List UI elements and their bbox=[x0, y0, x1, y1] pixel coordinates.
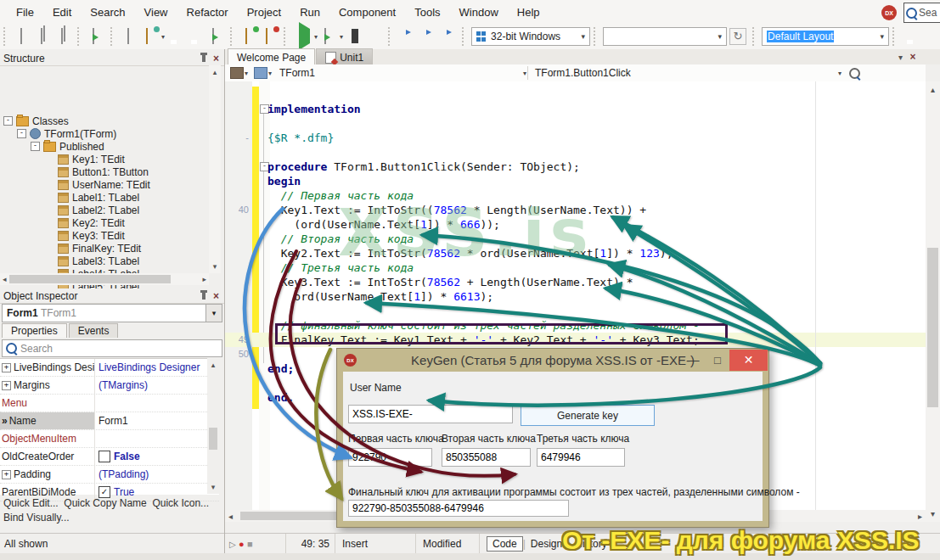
pin-icon[interactable] bbox=[202, 293, 205, 300]
property-row-oldcreateorder[interactable]: OldCreateOrderFalse bbox=[0, 448, 219, 466]
add-to-project-icon[interactable] bbox=[242, 29, 257, 44]
pause-icon[interactable] bbox=[346, 29, 362, 44]
final-key-input[interactable] bbox=[348, 500, 569, 517]
run-icon[interactable] bbox=[296, 29, 311, 44]
close-icon[interactable]: × bbox=[213, 53, 219, 64]
open-file-icon[interactable] bbox=[36, 29, 51, 44]
combo-dropdown-icon[interactable]: ▾ bbox=[205, 305, 222, 322]
expand-toggle-icon[interactable]: - bbox=[17, 129, 26, 138]
tab-events[interactable]: Events bbox=[69, 323, 119, 338]
menu-edit[interactable]: Edit bbox=[43, 6, 81, 19]
bind-visually-link[interactable]: Bind Visually... bbox=[3, 512, 70, 524]
save-all-icon[interactable] bbox=[189, 29, 204, 44]
maximize-button[interactable]: □ bbox=[706, 350, 729, 371]
tree-item-finalkey[interactable]: FinalKey: TEdit bbox=[0, 242, 209, 255]
dropdown-arrow-icon[interactable]: ▾ bbox=[161, 33, 165, 41]
expand-toggle-icon[interactable]: - bbox=[31, 142, 40, 151]
open-project-icon[interactable] bbox=[56, 29, 71, 44]
tree-item-username[interactable]: UserName: TEdit bbox=[0, 178, 209, 191]
vscroll-thumb[interactable] bbox=[927, 248, 938, 407]
tree-item-key2[interactable]: Key2: TEdit bbox=[0, 216, 209, 229]
tree-item-published[interactable]: -Published bbox=[0, 140, 209, 153]
menu-tools[interactable]: Tools bbox=[405, 6, 449, 19]
menu-view[interactable]: View bbox=[135, 6, 177, 19]
run-params-dropdown-icon[interactable]: ▾ bbox=[340, 33, 343, 41]
tree-item-key3[interactable]: Key3: TEdit bbox=[0, 229, 209, 242]
property-row-livebindings-desig[interactable]: +LiveBindings DesigLiveBindings Designer bbox=[0, 359, 219, 377]
module-icon[interactable] bbox=[230, 67, 244, 79]
quick-edit-link[interactable]: Quick Edit... bbox=[3, 497, 59, 509]
method-selector-combo[interactable]: TForm1.Button1Click▾ bbox=[528, 64, 842, 81]
uses-icon[interactable] bbox=[254, 67, 267, 79]
save-icon[interactable] bbox=[168, 29, 183, 44]
key-part1-input[interactable] bbox=[348, 448, 432, 467]
menu-component[interactable]: Component bbox=[329, 6, 405, 19]
menu-refactor[interactable]: Refactor bbox=[177, 6, 238, 19]
tab-properties[interactable]: Properties bbox=[2, 323, 67, 338]
user-name-input[interactable] bbox=[348, 405, 513, 423]
structure-hscrollbar[interactable]: ◂▸ bbox=[0, 273, 209, 285]
property-value[interactable]: False bbox=[114, 451, 140, 462]
target-platform-combo[interactable]: 32-bit Windows▾ bbox=[471, 27, 590, 46]
pin-icon[interactable] bbox=[202, 55, 205, 62]
expand-toggle-icon[interactable]: + bbox=[2, 381, 11, 390]
property-value[interactable]: (TMargins) bbox=[99, 379, 148, 391]
tab-welcome-page[interactable]: Welcome Page bbox=[228, 48, 315, 64]
expand-toggle-icon[interactable]: - bbox=[3, 116, 13, 126]
expand-toggle-icon[interactable]: + bbox=[2, 363, 11, 372]
tree-item-key1[interactable]: Key1: TEdit bbox=[0, 153, 209, 165]
menu-help[interactable]: Help bbox=[508, 6, 549, 19]
close-tab-icon[interactable]: × bbox=[909, 51, 915, 63]
dropdown-arrow-icon[interactable]: ▾ bbox=[245, 70, 248, 77]
run-without-debugging-icon[interactable] bbox=[321, 29, 336, 44]
editor-vscrollbar[interactable]: ▴ ▾ bbox=[926, 81, 940, 522]
find-method-icon[interactable] bbox=[849, 68, 860, 79]
checkbox-icon[interactable] bbox=[99, 451, 110, 462]
property-search-box[interactable]: Search bbox=[2, 339, 222, 357]
new-file-icon[interactable] bbox=[15, 29, 31, 44]
tab-list-dropdown-icon[interactable]: ▾ bbox=[898, 53, 903, 62]
menu-run[interactable]: Run bbox=[290, 6, 329, 19]
property-row-padding[interactable]: +Padding(TPadding) bbox=[0, 466, 219, 484]
stop-icon[interactable] bbox=[367, 29, 382, 44]
property-value[interactable]: Form1 bbox=[99, 415, 128, 427]
tree-item-label3[interactable]: Label3: TLabel bbox=[0, 255, 209, 267]
property-grid-scrollbar[interactable]: ▴ ▾ bbox=[207, 358, 219, 494]
quick-copy-name-link[interactable]: Quick Copy Name bbox=[64, 497, 146, 509]
type-selector-combo[interactable]: TForm1▾ bbox=[273, 64, 527, 81]
desktop-layout-combo[interactable]: Default Layout▾ bbox=[762, 27, 889, 46]
tree-item-label1[interactable]: Label1: TLabel bbox=[0, 191, 209, 204]
new-items-icon[interactable] bbox=[122, 29, 138, 44]
structure-vscrollbar[interactable]: ▴▾ bbox=[209, 65, 221, 273]
trace-into-icon[interactable] bbox=[420, 29, 436, 44]
property-value[interactable]: (TPadding) bbox=[99, 468, 149, 480]
tab-unit1[interactable]: Unit1 bbox=[316, 48, 373, 64]
dialog-title-bar[interactable]: KeyGen (Статья 5 для форума XSS.IS от -E… bbox=[337, 349, 768, 372]
step-over-icon[interactable] bbox=[400, 29, 415, 44]
menu-search[interactable]: Search bbox=[81, 6, 134, 19]
expand-toggle-icon[interactable]: + bbox=[2, 470, 11, 479]
minimize-button[interactable]: — bbox=[682, 350, 706, 371]
select-window-icon[interactable] bbox=[89, 29, 104, 44]
generate-key-button[interactable]: Generate key bbox=[521, 405, 655, 426]
run-dropdown-icon[interactable]: ▾ bbox=[314, 33, 318, 41]
close-icon[interactable]: × bbox=[213, 290, 219, 302]
history-window-icon[interactable] bbox=[209, 29, 224, 44]
tree-item-button1[interactable]: Button1: TButton bbox=[0, 165, 209, 178]
object-selector-combo[interactable]: Form1 TForm1 ▾ bbox=[2, 304, 222, 322]
tree-item-tform1-tform-[interactable]: -TForm1(TForm) bbox=[0, 127, 209, 140]
step-out-icon[interactable] bbox=[441, 29, 456, 44]
save-layout-icon[interactable] bbox=[904, 29, 920, 44]
quick-icon-link[interactable]: Quick Icon... bbox=[152, 497, 209, 509]
refresh-devices-icon[interactable]: ↻ bbox=[729, 28, 746, 45]
tree-item-label2[interactable]: Label2: TLabel bbox=[0, 204, 209, 216]
view-tab-code[interactable]: Code bbox=[487, 536, 523, 552]
view-tab-design[interactable]: Design bbox=[526, 537, 567, 551]
property-row-objectmenuitem[interactable]: ObjectMenuItem bbox=[0, 430, 219, 448]
tree-item-classes[interactable]: -Classes bbox=[0, 115, 209, 127]
dropdown-arrow-icon[interactable]: ▾ bbox=[268, 70, 272, 77]
config-combo[interactable]: ▾ bbox=[603, 27, 727, 46]
close-button[interactable]: ✕ bbox=[729, 350, 768, 371]
property-value[interactable]: LiveBindings Designer bbox=[99, 361, 200, 373]
keygen-dialog[interactable]: KeyGen (Статья 5 для форума XSS.IS от -E… bbox=[336, 348, 769, 528]
